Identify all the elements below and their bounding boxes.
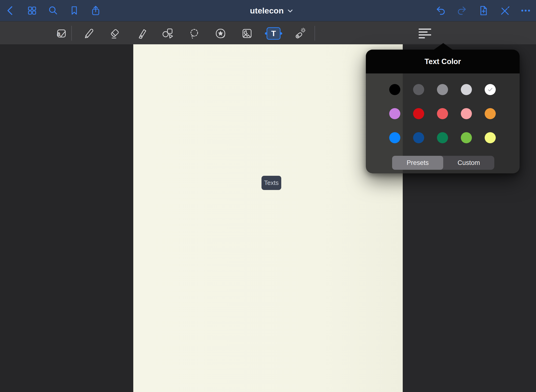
tools-toolbar: a bbox=[0, 21, 536, 44]
toolbar-separator bbox=[315, 26, 315, 41]
laser-pointer-icon bbox=[294, 27, 306, 40]
color-swatch-yellow[interactable] bbox=[485, 132, 496, 143]
add-page-icon bbox=[478, 5, 489, 16]
canvas-background-left bbox=[0, 44, 133, 392]
document-title[interactable]: utelecon bbox=[250, 6, 293, 15]
read-only-icon: a bbox=[55, 27, 67, 40]
undo-icon bbox=[435, 5, 446, 16]
shapes-icon bbox=[161, 27, 174, 40]
lasso-icon bbox=[188, 27, 201, 40]
pen-toggle-button[interactable] bbox=[499, 5, 510, 16]
bookmark-icon bbox=[69, 5, 80, 16]
popover-header: Text Color bbox=[366, 50, 520, 73]
page-thumbnails-button[interactable] bbox=[27, 5, 38, 16]
redo-button[interactable] bbox=[456, 5, 468, 16]
bookmark-button[interactable] bbox=[69, 5, 80, 16]
search-button[interactable] bbox=[47, 5, 59, 16]
undo-button[interactable] bbox=[435, 5, 446, 16]
pen-crossed-icon bbox=[499, 5, 510, 16]
color-swatch-blue[interactable] bbox=[389, 132, 400, 143]
lasso-tool-button[interactable] bbox=[188, 27, 201, 40]
highlighter-tool-button[interactable] bbox=[135, 27, 148, 40]
add-page-button[interactable] bbox=[478, 5, 489, 16]
read-only-mode-button[interactable]: a bbox=[55, 27, 67, 40]
text-tool-letter: T bbox=[271, 29, 276, 38]
text-align-button[interactable] bbox=[419, 27, 431, 40]
color-swatch-green[interactable] bbox=[437, 132, 448, 143]
color-swatch-red[interactable] bbox=[413, 108, 424, 119]
color-swatch-black[interactable] bbox=[389, 84, 400, 95]
image-tool-button[interactable] bbox=[241, 27, 253, 40]
selection-handle-right bbox=[280, 32, 282, 35]
readonly-letter: a bbox=[57, 30, 60, 37]
popover-title: Text Color bbox=[425, 57, 461, 66]
tab-presets-label: Presets bbox=[407, 159, 429, 167]
eraser-tool-button[interactable] bbox=[108, 27, 121, 40]
share-icon bbox=[90, 5, 101, 16]
color-swatch-dark-blue[interactable] bbox=[413, 132, 424, 143]
pen-icon bbox=[82, 27, 94, 40]
color-swatch-pink[interactable] bbox=[461, 108, 472, 119]
toolbar-separator bbox=[71, 26, 72, 41]
align-left-icon bbox=[419, 27, 431, 40]
color-swatch-dark-gray[interactable] bbox=[413, 84, 424, 95]
back-button[interactable] bbox=[5, 5, 16, 16]
search-icon bbox=[47, 5, 59, 16]
more-options-button[interactable] bbox=[520, 5, 531, 16]
document-title-text: utelecon bbox=[250, 6, 284, 15]
top-navigation-bar: utelecon bbox=[0, 0, 536, 21]
color-swatch-grid bbox=[389, 84, 496, 143]
app-window: utelecon bbox=[0, 0, 536, 392]
selected-check-icon bbox=[487, 86, 494, 93]
text-color-popover: Text Color Presets Custom bbox=[366, 50, 520, 173]
color-swatch-gray[interactable] bbox=[437, 84, 448, 95]
grid-icon bbox=[27, 5, 38, 16]
redo-icon bbox=[456, 5, 468, 16]
selection-handle-left bbox=[265, 32, 267, 35]
share-button[interactable] bbox=[90, 5, 101, 16]
text-object-label: Texts bbox=[264, 179, 279, 187]
eraser-icon bbox=[108, 27, 121, 40]
chevron-down-icon bbox=[287, 7, 293, 14]
ellipsis-icon bbox=[520, 5, 531, 16]
laser-pointer-tool-button[interactable] bbox=[294, 27, 306, 40]
tab-custom-label: Custom bbox=[457, 159, 480, 167]
elements-tool-button[interactable] bbox=[214, 27, 227, 40]
image-icon bbox=[241, 27, 253, 40]
highlighter-icon bbox=[135, 27, 148, 40]
text-object[interactable]: Texts bbox=[261, 176, 281, 190]
color-swatch-coral-red[interactable] bbox=[437, 108, 448, 119]
shapes-tool-button[interactable] bbox=[161, 27, 174, 40]
tab-custom[interactable]: Custom bbox=[443, 156, 494, 170]
color-swatch-light-gray[interactable] bbox=[461, 84, 472, 95]
color-swatch-orchid[interactable] bbox=[389, 108, 400, 119]
text-tool-button[interactable]: T bbox=[267, 27, 281, 40]
tab-presets[interactable]: Presets bbox=[392, 156, 443, 170]
pen-tool-button[interactable] bbox=[82, 27, 94, 40]
sticker-star-icon bbox=[214, 27, 227, 40]
color-swatch-light-green[interactable] bbox=[461, 132, 472, 143]
note-page-canvas[interactable] bbox=[133, 44, 403, 392]
presets-custom-segmented-control: Presets Custom bbox=[392, 156, 494, 170]
text-tool-selected-box: T bbox=[267, 27, 281, 40]
color-swatch-orange[interactable] bbox=[485, 108, 496, 119]
popover-arrow bbox=[434, 43, 453, 50]
back-chevron-icon bbox=[5, 5, 16, 16]
color-swatch-white[interactable] bbox=[485, 84, 496, 95]
